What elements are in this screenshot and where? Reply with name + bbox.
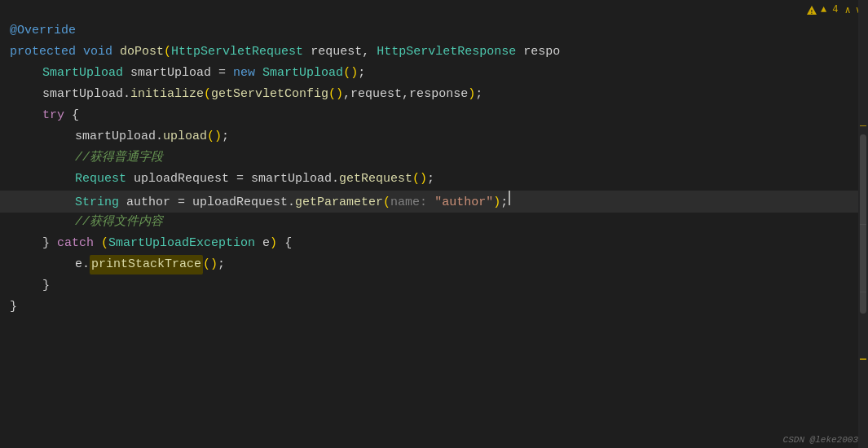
nav-up[interactable]: ∧ (845, 4, 851, 16)
code-line-4: smartUpload. initialize ( getServletConf… (0, 85, 868, 106)
vertical-scrollbar[interactable] (858, 0, 868, 448)
warning-icon: ! (806, 5, 817, 15)
text-cursor (509, 191, 510, 205)
code-line-7: //获得普通字段 (0, 148, 868, 169)
code-line-2: protected void doPost ( HttpServletReque… (0, 42, 868, 64)
code-line-1: @Override (0, 21, 868, 42)
kw-void: void (83, 42, 112, 62)
code-line-5: try { (0, 106, 868, 127)
warning-count: ▲ 4 (821, 4, 839, 15)
code-editor: ! ▲ 4 ∧ ∨ @Override protected void doPos… (0, 0, 868, 448)
kw-protected: protected (10, 42, 76, 62)
code-line-13: } (0, 276, 868, 297)
code-line-8: Request uploadRequest = smartUpload. get… (0, 169, 868, 191)
method-dopost: doPost (120, 42, 164, 62)
annotation-override: @Override (10, 21, 76, 41)
code-line-6: smartUpload. upload () ; (0, 127, 868, 148)
code-line-12: e. printStackTrace () ; (0, 255, 868, 276)
top-bar: ! ▲ 4 ∧ ∨ (0, 0, 868, 20)
code-line-11: } catch ( SmartUploadException e ) { (0, 234, 868, 255)
svg-text:!: ! (810, 8, 814, 15)
code-area: @Override protected void doPost ( HttpSe… (0, 20, 868, 320)
code-line-3: SmartUpload smartUpload = new SmartUploa… (0, 64, 868, 85)
code-line-10: //获得文件内容 (0, 213, 868, 234)
watermark: CSDN @leke2003 (773, 432, 868, 448)
warning-indicator: ! ▲ 4 ∧ ∨ (806, 4, 861, 16)
code-line-9: String author = uploadRequest. getParame… (0, 191, 868, 213)
code-line-14: } (0, 297, 868, 318)
